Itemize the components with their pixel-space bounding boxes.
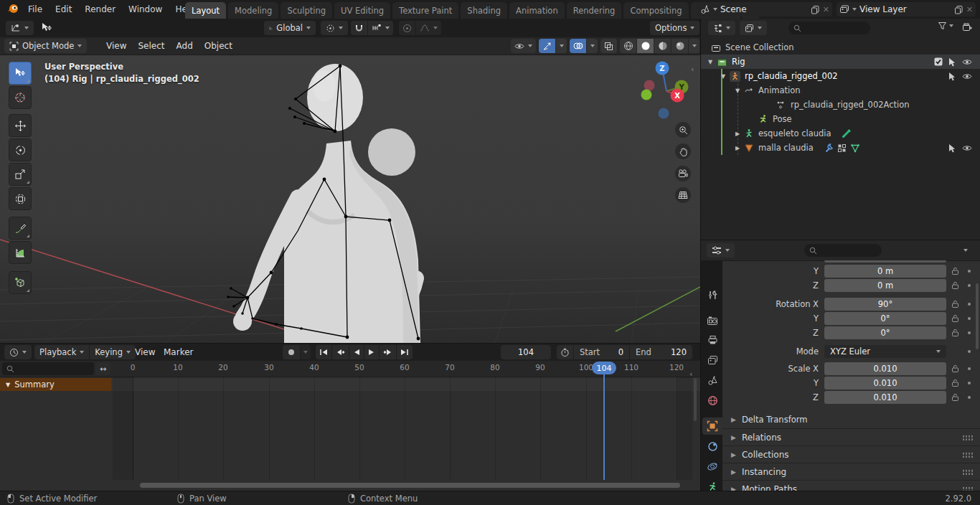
tool-select-tweak[interactable] xyxy=(9,62,32,85)
tool-scale[interactable] xyxy=(9,163,32,186)
tab-constraints[interactable] xyxy=(702,438,722,455)
proportional-falloff-dropdown[interactable] xyxy=(416,21,441,35)
outliner-filter-dropdown[interactable] xyxy=(938,22,953,30)
panel-delta-transform[interactable]: ▶ Delta Transform xyxy=(731,411,980,428)
animate-dot[interactable] xyxy=(968,396,971,399)
start-frame-field[interactable]: Start 0 xyxy=(573,345,629,359)
tool-cursor[interactable] xyxy=(9,86,32,109)
panel-drag-grip[interactable] xyxy=(962,435,974,441)
gizmos-toggle[interactable] xyxy=(539,39,555,53)
rig-exclude-checkbox[interactable] xyxy=(934,57,943,66)
panel-instancing[interactable]: ▶ Instancing xyxy=(722,463,980,481)
workspace-tab-animation[interactable]: Animation xyxy=(509,2,565,19)
mode-dropdown[interactable]: Object Mode xyxy=(4,39,87,53)
timeline-vscrollbar[interactable] xyxy=(694,378,697,421)
properties-search-input[interactable] xyxy=(804,244,882,257)
outliner-row-mesh[interactable]: ▶ malla claudia xyxy=(701,141,980,155)
animate-dot[interactable] xyxy=(968,303,971,306)
scale-y-field[interactable]: 0.010 xyxy=(824,377,946,390)
panel-drag-grip[interactable] xyxy=(962,452,974,458)
outliner-row-armature-object[interactable]: ▼ rp_claudia_rigged_002 xyxy=(701,69,980,83)
playback-menu[interactable]: Playback xyxy=(34,345,89,359)
overlays-dropdown[interactable] xyxy=(587,39,598,53)
shading-rendered-button[interactable] xyxy=(672,39,688,53)
rotation-z-field[interactable]: 0° xyxy=(824,326,946,339)
properties-editor-type-button[interactable] xyxy=(707,243,735,258)
workspace-tab-modeling[interactable]: Modeling xyxy=(228,2,278,19)
expand-arrow[interactable]: ▼ xyxy=(720,73,727,80)
navigation-gizmo[interactable]: Z Y X xyxy=(634,59,694,125)
viewport-ortho-toggle-button[interactable] xyxy=(675,187,691,203)
summary-expand-arrow[interactable]: ▼ xyxy=(6,382,10,388)
viewport-menu-object[interactable]: Object xyxy=(199,37,238,55)
timeline-menu-view[interactable]: View xyxy=(129,344,161,361)
shading-material-button[interactable] xyxy=(654,39,671,53)
animate-dot[interactable] xyxy=(968,350,971,353)
shading-solid-button[interactable] xyxy=(637,39,654,53)
animate-dot[interactable] xyxy=(968,367,971,370)
auto-keying-dropdown[interactable] xyxy=(301,345,311,359)
outliner-row-action[interactable]: rp_claudia_rigged_002Action xyxy=(701,98,980,112)
tab-physics[interactable] xyxy=(702,458,722,475)
scale-x-field[interactable]: 0.010 xyxy=(824,362,946,375)
summary-channel[interactable]: ▼ Summary xyxy=(0,378,111,391)
lock-icon[interactable] xyxy=(951,329,959,337)
workspace-tab-texture-paint[interactable]: Texture Paint xyxy=(392,2,458,19)
expand-arrow[interactable]: ▼ xyxy=(707,59,714,65)
pivot-point-dropdown[interactable] xyxy=(321,21,348,35)
lock-icon[interactable] xyxy=(951,393,959,402)
tool-rotate[interactable] xyxy=(9,138,32,161)
lock-icon[interactable] xyxy=(951,364,959,373)
location-z-field[interactable]: 0 m xyxy=(824,279,946,292)
use-preview-range-icon[interactable] xyxy=(557,348,573,357)
outliner-row-rig[interactable]: ▼ Rig xyxy=(701,55,980,69)
selectability-icon[interactable] xyxy=(948,143,956,153)
tool-move[interactable] xyxy=(9,114,32,137)
visibility-eye-icon[interactable] xyxy=(962,144,972,152)
gizmos-dropdown[interactable] xyxy=(556,39,567,53)
proportional-edit-toggle[interactable] xyxy=(399,21,415,35)
view-layer-remove-icon[interactable]: ✕ xyxy=(966,5,973,14)
viewport-3d[interactable]: Object Mode View Select Add Object xyxy=(0,37,700,343)
outliner-editor-type-button[interactable] xyxy=(708,21,735,35)
viewport-menu-add[interactable]: Add xyxy=(171,37,199,55)
menu-file[interactable]: File xyxy=(22,0,49,19)
expand-arrow[interactable]: ▶ xyxy=(734,145,741,151)
play-button[interactable] xyxy=(364,345,379,359)
options-dropdown[interactable]: Options xyxy=(650,21,699,35)
expand-arrow[interactable]: ▶ xyxy=(734,131,741,137)
outliner-search-input[interactable] xyxy=(788,22,870,34)
jump-to-end-button[interactable] xyxy=(397,345,413,359)
viewport-menu-select[interactable]: Select xyxy=(132,37,170,55)
view-layer-selector[interactable]: View Layer ✕ xyxy=(837,2,976,16)
next-keyframe-button[interactable] xyxy=(380,345,396,359)
new-collection-button[interactable] xyxy=(962,22,973,32)
view-layer-copy-icon[interactable] xyxy=(954,5,963,14)
editor-type-button[interactable] xyxy=(6,21,34,35)
blender-logo-icon[interactable] xyxy=(6,3,19,16)
snap-settings-dropdown[interactable] xyxy=(368,21,393,35)
scene-copy-icon[interactable] xyxy=(811,5,820,14)
panel-collections[interactable]: ▶ Collections xyxy=(722,445,980,463)
properties-options-caret[interactable] xyxy=(963,249,968,252)
lock-icon[interactable] xyxy=(951,300,959,308)
tool-annotate[interactable] xyxy=(9,217,32,240)
gizmo-neg-y[interactable] xyxy=(641,90,652,100)
channel-filter-toggle[interactable]: ↔ xyxy=(95,362,110,375)
outliner-row-animation[interactable]: ▼ Animation xyxy=(701,83,980,98)
lock-icon[interactable] xyxy=(951,267,959,275)
expand-arrow[interactable]: ▼ xyxy=(734,88,741,94)
scene-selector[interactable]: Scene ✕ xyxy=(697,2,832,16)
viewport-menu-view[interactable]: View xyxy=(100,37,132,55)
shading-wireframe-button[interactable] xyxy=(620,39,636,53)
scale-z-field[interactable]: 0.010 xyxy=(824,391,946,404)
workspace-tab-rendering[interactable]: Rendering xyxy=(567,2,622,19)
gizmo-neg-z[interactable] xyxy=(659,108,669,119)
timeline-menu-marker[interactable]: Marker xyxy=(158,344,199,361)
playhead-frame-badge[interactable]: 104 xyxy=(592,362,616,374)
tool-measure[interactable] xyxy=(9,241,32,264)
xray-toggle[interactable] xyxy=(600,39,617,53)
timeline-collapse-chevron[interactable]: ‹ xyxy=(689,369,692,379)
scene-unlink-icon[interactable]: ✕ xyxy=(823,5,829,14)
rotation-mode-dropdown[interactable]: XYZ Euler xyxy=(824,345,946,358)
